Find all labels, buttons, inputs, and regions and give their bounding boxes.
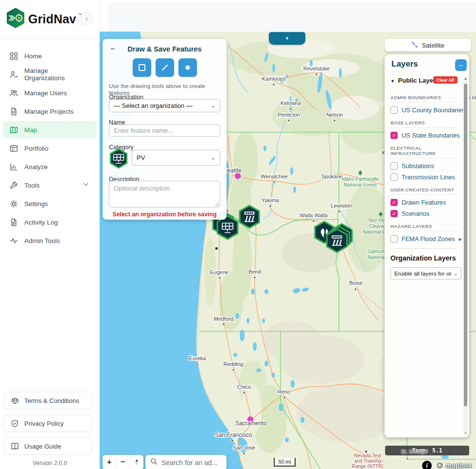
sidebar-item-analyze[interactable]: Analyze [0, 157, 100, 176]
sidebar-item-admin-tools[interactable]: Admin Tools [0, 231, 100, 250]
layer-checkbox[interactable]: ✓ [390, 210, 398, 217]
sidebar-item-manage-projects[interactable]: Manage Projects [0, 102, 100, 121]
triangle-down-icon: ▼ [390, 79, 395, 84]
sidebar-item-map[interactable]: Map [3, 121, 97, 139]
sidebar-item-activity-log[interactable]: Activity Log [0, 213, 100, 231]
svg-text:Walla Walla: Walla Walla [300, 212, 328, 218]
layers-scrollbar[interactable]: ▲ ▼ [463, 76, 468, 435]
layer-row-transmission-lines[interactable]: Transmission Lines [390, 174, 458, 181]
footer-button-privacy-policy[interactable]: Privacy Policy [4, 415, 92, 432]
layer-row-us-state-boundaries[interactable]: ✓US State Boundaries [390, 132, 458, 139]
scales-icon [11, 397, 19, 405]
layer-checkbox[interactable] [390, 106, 398, 114]
map-zoom-controls: + − ▲▼ [103, 455, 143, 469]
sidebar-item-settings[interactable]: Settings [0, 194, 100, 213]
map-scale-bar: 50 mi [274, 458, 296, 467]
compass-button[interactable]: ▲▼ [130, 455, 143, 469]
svg-text:Revelstoke: Revelstoke [303, 66, 330, 71]
layer-checkbox[interactable] [390, 235, 398, 243]
svg-text:San Jose: San Jose [233, 445, 255, 451]
layers-section-header: BASE LAYERS [390, 120, 458, 128]
sidebar-item-label: Home [24, 52, 42, 60]
mapbox-logo[interactable]: mapbox [436, 461, 472, 469]
zoom-in-button[interactable]: + [103, 455, 116, 469]
sidebar-item-label: Tools [24, 182, 40, 189]
sidebar-item-home[interactable]: Home [0, 47, 100, 65]
map-canvas[interactable]: KamloopsRevelstokeKelownaPentictonNelson… [100, 32, 476, 469]
feature-marker-dam[interactable] [240, 206, 259, 228]
app-window: GridNav ™ ‹ HomeManage OrganizationsMana… [0, 0, 476, 469]
svg-text:Nevada Test: Nevada Test [354, 453, 381, 458]
svg-text:Nelson: Nelson [326, 112, 343, 118]
scroll-down-arrow[interactable]: ▼ [463, 431, 468, 434]
pink-point-marker[interactable] [235, 174, 241, 179]
polygon-tool-button[interactable] [133, 58, 151, 77]
shield-check-icon [11, 419, 19, 428]
chart-icon [10, 163, 18, 171]
svg-text:Spokane: Spokane [321, 174, 342, 179]
sidebar: GridNav ™ ‹ HomeManage OrganizationsMana… [0, 0, 100, 469]
search-placeholder: Search for an ad... [161, 459, 217, 467]
chevron-down-icon: ⌄ [212, 155, 215, 160]
svg-text:Chico: Chico [237, 384, 251, 390]
layer-row-us-county-boundaries[interactable]: US County Boundaries [390, 106, 458, 114]
organization-layers-title: Organization Layers [390, 254, 458, 262]
svg-text:Eureka: Eureka [189, 355, 207, 361]
footer-button-usage-guide[interactable]: Usage Guide [4, 437, 92, 455]
book-icon [11, 442, 19, 451]
layer-row-substations[interactable]: Substations [390, 162, 458, 170]
attribution-info-button[interactable]: i [422, 461, 432, 469]
header-card [108, 2, 476, 32]
svg-text:Reno: Reno [278, 389, 290, 395]
sidebar-item-manage-organizations[interactable]: Manage Organizations [0, 65, 100, 84]
sidebar-item-label: Map [24, 126, 37, 134]
layer-row-scenarios[interactable]: ✓Scenarios [390, 210, 458, 217]
svg-text:Range (NTTR): Range (NTTR) [352, 464, 384, 469]
line-tool-button[interactable] [156, 58, 174, 77]
sidebar-item-label: Manage Projects [24, 108, 73, 115]
pulse-icon [10, 237, 18, 245]
satellite-icon [411, 41, 418, 50]
clear-all-button[interactable]: Clear All [433, 76, 458, 84]
sidebar-collapse-button[interactable]: ‹ [81, 13, 92, 24]
textarea-resize-handle[interactable] [214, 202, 219, 206]
layers-section-header: ELECTRICAL INFRASTRUCTURE [390, 145, 458, 158]
organization-select[interactable]: — Select an organization —⌄ [109, 99, 220, 112]
description-textarea[interactable]: Optional description [109, 181, 220, 208]
satellite-toggle-button[interactable]: Satellite [385, 39, 471, 52]
layer-checkbox[interactable] [390, 174, 398, 181]
layer-checkbox[interactable]: ✓ [390, 199, 398, 206]
sidebar-item-tools[interactable]: Tools [0, 176, 100, 194]
sidebar-item-label: Manage Users [24, 89, 67, 97]
scroll-up-arrow[interactable]: ▲ [463, 77, 468, 80]
svg-text:Penticton: Penticton [278, 112, 300, 118]
zoom-out-button[interactable]: − [116, 455, 130, 469]
category-select[interactable]: PV⌄ [132, 150, 220, 166]
sidebar-item-portfolio[interactable]: Portfolio [0, 139, 100, 157]
layer-expand-arrow-icon[interactable]: ▶ [459, 237, 462, 242]
scrollbar-thumb[interactable] [464, 84, 467, 406]
gridnav-logo-icon [5, 7, 26, 31]
layers-section-header: HAZARD LAYERS [390, 224, 458, 231]
svg-text:Yakima: Yakima [262, 197, 280, 203]
layers-panel-collapse-button[interactable]: − [455, 59, 467, 71]
map-top-dropdown-tab[interactable]: ▼ [269, 32, 305, 45]
layer-row-drawn-features[interactable]: ✓Drawn Features [390, 199, 458, 206]
layer-checkbox[interactable] [390, 162, 398, 170]
layer-checkbox[interactable]: ✓ [390, 132, 398, 139]
address-search-box[interactable]: Search for an ad... [145, 455, 227, 469]
footer-button-terms-conditions[interactable]: Terms & Conditions [4, 392, 92, 409]
draw-tools [103, 58, 227, 77]
point-tool-button[interactable] [178, 58, 197, 77]
feature-name-input[interactable]: Enter feature name... [109, 124, 220, 137]
svg-text:Medford: Medford [214, 316, 233, 322]
public-layers-toggle[interactable]: ▼ Public Layers [390, 77, 439, 84]
chevron-down-icon: ⌄ [212, 103, 215, 108]
organization-layers-select[interactable]: Enable all layers for organi⌄ [390, 267, 461, 279]
layer-row-fema-flood-zones[interactable]: FEMA Flood Zones▶ [390, 235, 458, 243]
sidebar-item-manage-users[interactable]: Manage Users [0, 84, 100, 102]
svg-text:Kelowna: Kelowna [281, 100, 301, 106]
map-icon [10, 126, 18, 134]
sidebar-item-label: Manage Organizations [24, 67, 90, 82]
layers-panel-title: Layers [391, 59, 418, 69]
